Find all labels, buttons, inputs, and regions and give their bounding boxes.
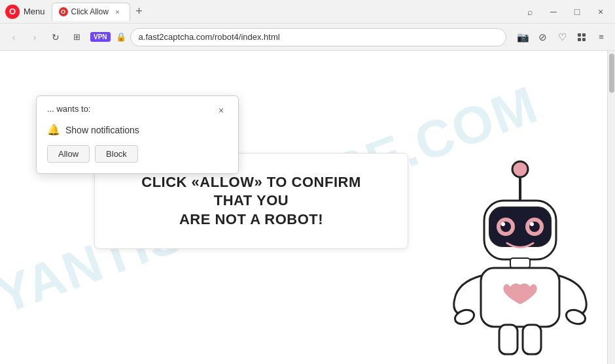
permission-row: 🔔 Show notifications bbox=[47, 124, 228, 136]
svg-point-5 bbox=[512, 161, 528, 177]
svg-point-17 bbox=[564, 307, 587, 326]
tab-favicon: O bbox=[59, 7, 68, 16]
tab-close-button[interactable]: × bbox=[113, 7, 123, 17]
svg-point-13 bbox=[530, 222, 534, 226]
bell-icon: 🔔 bbox=[47, 124, 60, 136]
robot-image bbox=[445, 155, 595, 357]
main-page: MYANTISPYWARE.COM CLICK «ALLOW» TO CONFI… bbox=[0, 51, 615, 364]
toolbar-icons: 📷 ⊘ ♡ ≡ bbox=[514, 29, 610, 46]
browser-window: O Menu O Click Allow × + ⌕ ─ □ × ‹ › ↻ ⊞… bbox=[0, 0, 615, 364]
svg-point-16 bbox=[453, 307, 476, 326]
notification-permission-dialog: ... wants to: × 🔔 Show notifications All… bbox=[36, 95, 239, 174]
captcha-title: CLICK «ALLOW» TO CONFIRM THAT YOU ARE NO… bbox=[121, 173, 381, 229]
block-button[interactable]: Block bbox=[95, 145, 138, 163]
extensions-icon[interactable] bbox=[573, 29, 590, 46]
back-button[interactable]: ‹ bbox=[5, 29, 22, 46]
browser-tab[interactable]: O Click Allow × bbox=[52, 3, 130, 21]
heart-icon[interactable]: ♡ bbox=[554, 29, 571, 46]
page-content: MYANTISPYWARE.COM CLICK «ALLOW» TO CONFI… bbox=[0, 51, 615, 364]
svg-rect-1 bbox=[582, 33, 586, 37]
grid-button[interactable]: ⊞ bbox=[68, 29, 85, 46]
maximize-button[interactable]: □ bbox=[568, 3, 586, 21]
svg-rect-14 bbox=[510, 258, 530, 268]
refresh-button[interactable]: ↻ bbox=[47, 29, 64, 46]
shield-icon[interactable]: ⊘ bbox=[534, 29, 551, 46]
svg-rect-2 bbox=[578, 38, 581, 41]
new-tab-button[interactable]: + bbox=[132, 4, 147, 20]
popup-header: ... wants to: × bbox=[47, 104, 228, 117]
camera-icon[interactable]: 📷 bbox=[514, 29, 531, 46]
svg-rect-3 bbox=[582, 38, 586, 41]
tab-title: Click Allow bbox=[71, 7, 110, 16]
svg-rect-19 bbox=[523, 325, 541, 354]
search-window-button[interactable]: ⌕ bbox=[521, 3, 539, 21]
scrollbar[interactable] bbox=[607, 51, 615, 364]
svg-point-12 bbox=[501, 222, 505, 226]
svg-rect-0 bbox=[578, 33, 581, 37]
permission-text: Show notifications bbox=[65, 125, 139, 135]
svg-rect-18 bbox=[499, 325, 518, 354]
menu-label[interactable]: Menu bbox=[24, 7, 45, 16]
forward-button[interactable]: › bbox=[26, 29, 43, 46]
url-text: a.fast2captcha.com/robot4/index.html bbox=[139, 32, 498, 42]
close-button[interactable]: × bbox=[591, 3, 610, 21]
minimize-button[interactable]: ─ bbox=[544, 3, 563, 21]
wants-to-label: ... wants to: bbox=[47, 104, 90, 114]
menu-icon[interactable]: ≡ bbox=[593, 29, 610, 46]
popup-buttons: Allow Block bbox=[47, 145, 228, 163]
url-bar[interactable]: a.fast2captcha.com/robot4/index.html bbox=[130, 28, 506, 46]
title-bar: O Menu O Click Allow × + ⌕ ─ □ × bbox=[0, 0, 615, 24]
tab-bar: O Click Allow × + bbox=[52, 3, 521, 21]
vpn-badge[interactable]: VPN bbox=[90, 32, 111, 42]
lock-icon: 🔒 bbox=[116, 32, 126, 42]
address-bar: ‹ › ↻ ⊞ VPN 🔒 a.fast2captcha.com/robot4/… bbox=[0, 24, 615, 51]
popup-close-button[interactable]: × bbox=[215, 104, 228, 117]
scrollbar-thumb[interactable] bbox=[609, 54, 614, 93]
allow-button[interactable]: Allow bbox=[47, 145, 90, 163]
window-controls: ⌕ ─ □ × bbox=[521, 3, 610, 21]
opera-logo: O bbox=[5, 5, 20, 19]
